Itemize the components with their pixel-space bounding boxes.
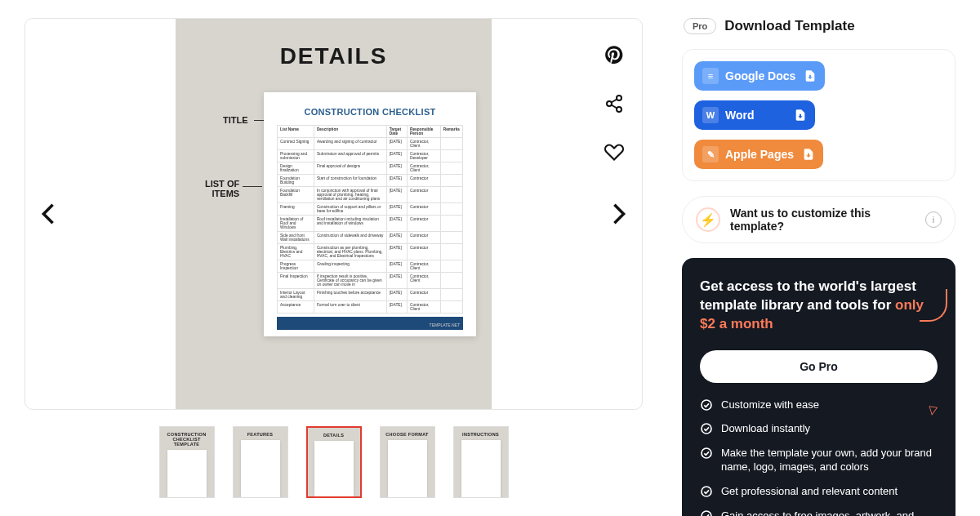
benefit-item: Customize with ease [700,398,938,412]
checklist-table: List NameDescriptionTarget DateResponsib… [277,125,463,314]
table-header: Target Date [386,126,407,138]
callout-items-label: LIST OFITEMS [205,179,239,198]
info-icon[interactable]: i [925,211,942,228]
go-pro-button[interactable]: Go Pro [700,350,938,383]
svg-point-0 [617,96,621,100]
table-row: Side and front Wall installationsConstru… [278,232,463,244]
thumbnail-doc [241,440,280,497]
document-page: CONSTRUCTION CHECKLIST List NameDescript… [264,92,476,336]
table-header: Description [314,126,386,138]
download-header: Pro Download Template [682,18,956,34]
thumbnail-doc [314,441,354,496]
download-title: Download Template [724,18,854,34]
check-icon [700,485,713,498]
svg-line-4 [612,105,617,109]
format-label: Word [725,109,755,122]
thumbnail-title: FEATURES [247,432,274,437]
google-docs-button[interactable]: ≡Google Docs [694,61,825,91]
thumbnail-row: CONSTRUCTION CHECKLIST TEMPLATEFEATURESD… [24,426,643,498]
svg-point-2 [617,107,621,112]
svg-line-3 [612,100,617,103]
benefit-item: Download instantly [700,421,938,436]
svg-point-6 [702,424,711,434]
download-icon [804,69,817,82]
benefit-text: Customize with ease [721,398,819,412]
benefit-text: Download instantly [721,421,810,436]
svg-point-7 [702,448,711,458]
customize-label: Want us to customize this template? [730,207,915,233]
benefit-item: Get professional and relevant content [700,484,938,499]
svg-point-5 [702,400,711,410]
word-icon: W [702,107,719,123]
preview-heading: DETAILS [280,43,388,69]
check-icon [700,509,713,516]
pro-headline: Get access to the world's largest templa… [700,278,938,334]
benefit-text: Get professional and relevant content [721,484,898,499]
bolt-icon: ⚡ [696,207,720,232]
table-row: Contract SigningAwarding and signing of … [278,138,463,150]
table-row: Design finalizationFinal approval of des… [278,162,463,175]
benefit-item: Gain access to free images, artwork, and… [700,509,938,516]
pro-badge: Pro [684,18,716,34]
format-label: Google Docs [725,69,795,82]
svg-point-9 [702,511,711,516]
download-icon [802,148,815,161]
format-label: Apple Pages [725,148,794,161]
table-row: Progress InspectionGrading inspecting[DA… [278,260,463,273]
check-icon [700,422,713,435]
check-icon [700,398,713,411]
document-footer: TEMPLATE.NET [277,317,463,330]
table-row: FramingConstruction of support and pilla… [278,203,463,216]
apple-pages-icon: ✎ [702,146,719,162]
pinterest-icon[interactable] [601,42,627,68]
thumbnail[interactable]: CHOOSE FORMAT [380,426,435,498]
thumbnail-doc [461,440,501,497]
benefit-text: Gain access to free images, artwork, and… [721,509,938,516]
table-row: Installation of Roof and WindowsRoof ins… [278,216,463,232]
thumbnail-doc [388,440,427,497]
format-box: ≡Google Docs WWord ✎Apple Pages [682,49,956,181]
table-row: Plumbing, Electrics and HVACConstruction… [278,244,463,260]
table-row: Final InspectionIf inspection result is … [278,273,463,289]
thumbnail-title: INSTRUCTIONS [462,432,499,437]
google-docs-icon: ≡ [702,68,719,84]
document-title: CONSTRUCTION CHECKLIST [277,107,463,117]
svg-point-8 [702,487,711,496]
document-footer-tag: TEMPLATE.NET [430,322,460,327]
table-header: Remarks [440,126,462,138]
callout-line [243,186,262,187]
thumbnail-title: CHOOSE FORMAT [385,432,428,437]
customize-button[interactable]: ⚡ Want us to customize this template? i [682,196,956,243]
decorative-swoosh [920,289,947,322]
thumbnail-title: CONSTRUCTION CHECKLIST TEMPLATE [160,432,214,447]
benefits-list: Customize with easeDownload instantlyMak… [700,398,938,516]
table-header: List Name [278,126,314,138]
benefit-item: Make the template your own, add your bra… [700,446,938,474]
benefit-text: Make the template your own, add your bra… [721,446,938,474]
download-icon [794,109,807,122]
table-row: Foundation BackfillIn conjunction with a… [278,187,463,203]
callout-title-label: TITLE [223,115,248,125]
thumbnail-doc [167,450,207,497]
share-icon[interactable] [601,91,627,117]
table-row: AcceptanceFormal turn over to client[DAT… [278,301,463,314]
apple-pages-button[interactable]: ✎Apple Pages [694,140,823,169]
next-arrow[interactable] [603,198,635,230]
thumbnail[interactable]: CONSTRUCTION CHECKLIST TEMPLATE [159,426,215,498]
pro-card: Get access to the world's largest templa… [682,258,956,516]
preview-background: DETAILS TITLE LIST OFITEMS CONSTRUCTION … [176,19,492,409]
check-icon [700,447,713,460]
prev-arrow[interactable] [32,198,65,230]
favorite-icon[interactable] [601,140,627,166]
word-button[interactable]: WWord [694,100,815,130]
thumbnail[interactable]: INSTRUCTIONS [453,426,509,498]
table-header: Responsible Person [407,126,440,138]
table-row: Foundation BuildingStart of construction… [278,175,463,187]
preview-card: DETAILS TITLE LIST OFITEMS CONSTRUCTION … [24,18,643,410]
table-row: Interior Layout and cleaningFinishing to… [278,289,463,301]
table-row: Processing and submissionSubmission and … [278,150,463,162]
thumbnail[interactable]: FEATURES [233,426,288,498]
thumbnail[interactable]: DETAILS [306,426,362,498]
svg-point-1 [607,101,612,106]
thumbnail-title: DETAILS [323,433,344,438]
